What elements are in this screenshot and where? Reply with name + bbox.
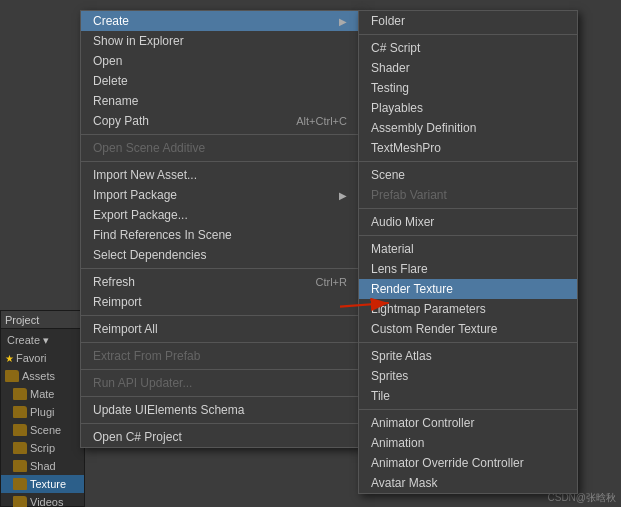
menu-item-open-scene-additive: Open Scene Additive [81,138,359,158]
folder-icon [13,460,27,472]
sub-item-sprite-atlas[interactable]: Sprite Atlas [359,346,577,366]
sub-item-animation[interactable]: Animation [359,433,577,453]
folder-icon [13,478,27,490]
folder-icon [13,496,27,507]
sidebar-item-favorites[interactable]: ★ Favori [1,349,84,367]
sub-separator-6 [359,409,577,410]
sub-item-testing[interactable]: Testing [359,78,577,98]
separator-4 [81,315,359,316]
folder-icon [5,370,19,382]
sub-item-sprites[interactable]: Sprites [359,366,577,386]
sidebar-item-videos[interactable]: Videos [1,493,84,507]
copy-path-shortcut: Alt+Ctrl+C [296,115,347,127]
submenu-arrow-icon-2: ▶ [339,190,347,201]
sub-item-tile[interactable]: Tile [359,386,577,406]
menu-item-create-label: Create [93,14,129,28]
menu-item-rename[interactable]: Rename [81,91,359,111]
menu-item-import-package[interactable]: Import Package ▶ [81,185,359,205]
menu-item-open[interactable]: Open [81,51,359,71]
sidebar-item-materials[interactable]: Mate [1,385,84,403]
sub-item-animator-override-controller[interactable]: Animator Override Controller [359,453,577,473]
menu-item-reimport[interactable]: Reimport [81,292,359,312]
folder-icon [13,406,27,418]
sidebar-item-textures[interactable]: Texture [1,475,84,493]
star-icon: ★ [5,353,14,364]
separator-1 [81,134,359,135]
sub-item-lens-flare[interactable]: Lens Flare [359,259,577,279]
sub-item-animator-controller[interactable]: Animator Controller [359,413,577,433]
sub-item-shader[interactable]: Shader [359,58,577,78]
separator-8 [81,423,359,424]
sub-item-lightmap-parameters[interactable]: Lightmap Parameters [359,299,577,319]
project-panel: Project Create ▾ ★ Favori Assets Mate Pl… [0,310,85,507]
sub-item-scene[interactable]: Scene [359,165,577,185]
separator-5 [81,342,359,343]
folder-icon [13,424,27,436]
menu-item-extract-prefab: Extract From Prefab [81,346,359,366]
menu-item-update-uielements[interactable]: Update UIElements Schema [81,400,359,420]
sub-separator-4 [359,235,577,236]
submenu-arrow-icon: ▶ [339,16,347,27]
menu-item-import-new-asset[interactable]: Import New Asset... [81,165,359,185]
create-button[interactable]: Create ▾ [1,331,84,349]
project-panel-content: Create ▾ ★ Favori Assets Mate Plugi Scen… [1,329,84,507]
create-label: Create ▾ [7,334,49,347]
sidebar-item-scripts[interactable]: Scrip [1,439,84,457]
separator-3 [81,268,359,269]
project-panel-title: Project [5,314,39,326]
sub-item-custom-render-texture[interactable]: Custom Render Texture [359,319,577,339]
folder-icon [13,442,27,454]
sub-item-avatar-mask[interactable]: Avatar Mask [359,473,577,493]
sub-separator-1 [359,34,577,35]
menu-item-delete[interactable]: Delete [81,71,359,91]
sidebar-item-plugins[interactable]: Plugi [1,403,84,421]
sub-item-playables[interactable]: Playables [359,98,577,118]
menu-item-create[interactable]: Create ▶ [81,11,359,31]
sub-separator-2 [359,161,577,162]
sub-item-assembly-definition[interactable]: Assembly Definition [359,118,577,138]
menu-item-copy-path[interactable]: Copy Path Alt+Ctrl+C [81,111,359,131]
sub-item-prefab-variant: Prefab Variant [359,185,577,205]
context-menu-main: Create ▶ Show in Explorer Open Delete Re… [80,10,360,448]
separator-6 [81,369,359,370]
sidebar-item-scenes[interactable]: Scene [1,421,84,439]
menu-item-reimport-all[interactable]: Reimport All [81,319,359,339]
sidebar-item-shaders[interactable]: Shad [1,457,84,475]
sidebar-item-assets[interactable]: Assets [1,367,84,385]
menu-item-refresh[interactable]: Refresh Ctrl+R [81,272,359,292]
menu-item-show-explorer[interactable]: Show in Explorer [81,31,359,51]
menu-item-export-package[interactable]: Export Package... [81,205,359,225]
sub-separator-3 [359,208,577,209]
sub-item-folder[interactable]: Folder [359,11,577,31]
project-panel-header: Project [1,311,84,329]
menu-item-open-csharp[interactable]: Open C# Project [81,427,359,447]
menu-item-find-references[interactable]: Find References In Scene [81,225,359,245]
sub-item-material[interactable]: Material [359,239,577,259]
sub-item-csharp-script[interactable]: C# Script [359,38,577,58]
folder-icon [13,388,27,400]
sub-item-textmeshpro[interactable]: TextMeshPro [359,138,577,158]
sub-separator-5 [359,342,577,343]
favorites-label: Favori [16,352,47,364]
separator-2 [81,161,359,162]
assets-label: Assets [22,370,55,382]
context-menu-create-submenu: Folder C# Script Shader Testing Playable… [358,10,578,494]
menu-item-api-updater: Run API Updater... [81,373,359,393]
refresh-shortcut: Ctrl+R [316,276,347,288]
menu-item-select-dependencies[interactable]: Select Dependencies [81,245,359,265]
sub-item-audio-mixer[interactable]: Audio Mixer [359,212,577,232]
separator-7 [81,396,359,397]
sub-item-render-texture[interactable]: Render Texture [359,279,577,299]
